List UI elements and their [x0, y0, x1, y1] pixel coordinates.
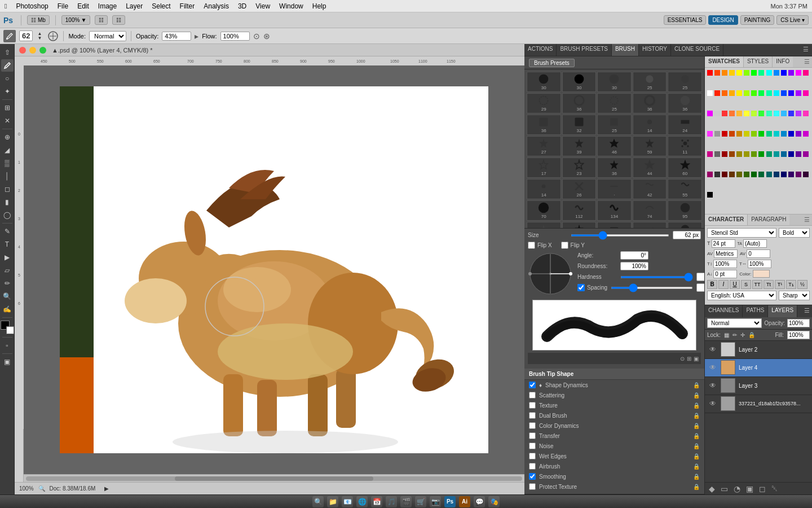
opacity-input[interactable]	[162, 32, 191, 41]
select-menu[interactable]: Select	[152, 2, 170, 10]
brush-cell-21[interactable]: 23	[562, 157, 597, 178]
swatch-#009999[interactable]	[774, 151, 779, 157]
analysis-menu[interactable]: Analysis	[204, 2, 229, 10]
brush-cell-22[interactable]: 36	[597, 157, 632, 178]
swatch-#33ff33[interactable]	[758, 111, 764, 116]
brush-cell-20[interactable]: 17	[527, 157, 561, 178]
swatch-#ff0000[interactable]	[707, 70, 713, 76]
kerning-input[interactable]	[714, 249, 738, 258]
window-close[interactable]	[19, 47, 26, 54]
swatch-#00cc88[interactable]	[766, 131, 772, 137]
brush-cell-38[interactable]: 33	[633, 222, 667, 228]
bold-btn[interactable]: B	[707, 280, 717, 289]
underline-btn[interactable]: U	[730, 280, 740, 289]
lock-pixels-icon[interactable]: ✏	[732, 332, 737, 338]
eraser-tool[interactable]: ◻	[1, 183, 14, 195]
edit-menu[interactable]: Edit	[77, 2, 89, 10]
clone-source-tab[interactable]: CLONE SOURCE	[671, 44, 723, 56]
swatch-#ff2200[interactable]	[714, 90, 720, 96]
swatch-#ff33ff[interactable]	[707, 131, 713, 137]
flip-x-checkbox[interactable]	[528, 242, 535, 249]
swatch-#ff7733[interactable]	[729, 111, 735, 116]
swatch-#330033[interactable]	[803, 172, 809, 177]
brush-cell-17[interactable]: 46	[597, 136, 632, 156]
spacing-label[interactable]: Spacing	[577, 284, 607, 291]
brush-cell-16[interactable]: 39	[562, 136, 597, 156]
swatch-#cccc00[interactable]	[744, 131, 749, 137]
notes-tool[interactable]: ✏	[1, 277, 14, 290]
layer-item-bg[interactable]: 👁 337221_d18ab1f2c93578...	[705, 395, 812, 413]
transfer-lock[interactable]: 🔒	[693, 433, 700, 439]
swatch-#994400[interactable]	[729, 151, 735, 157]
brush-cell-2[interactable]: 30	[597, 72, 632, 92]
layers-menu[interactable]: ☰	[802, 305, 812, 317]
swatch-#999900[interactable]	[744, 151, 749, 157]
window-menu[interactable]: Window	[279, 2, 303, 10]
panel-menu-btn[interactable]: ☰	[800, 44, 812, 56]
dock-finder2[interactable]: 📁	[327, 496, 338, 507]
brush-cell-3[interactable]: 25	[633, 72, 667, 92]
delete-layer-btn[interactable]: ␡	[770, 484, 779, 493]
brush-cell-23[interactable]: 44	[633, 157, 667, 178]
dock-ps[interactable]: Ps	[444, 496, 456, 507]
swatch-#000099[interactable]	[788, 151, 794, 157]
brush-cell-28[interactable]: 42	[633, 179, 667, 199]
layer-adj-btn[interactable]: ◔	[732, 484, 742, 493]
layer-item-2[interactable]: 👁 Layer 2	[705, 341, 812, 359]
dual-brush-lock[interactable]: 🔒	[693, 413, 700, 419]
brush-cell-36[interactable]: 192	[562, 222, 597, 228]
hardness-value[interactable]	[696, 273, 705, 281]
swatch-#33bbff[interactable]	[781, 111, 787, 116]
dock-finder[interactable]: 🔍	[312, 496, 324, 507]
brush-cell-4[interactable]: 25	[668, 72, 702, 92]
swatch-#8800cc[interactable]	[796, 131, 801, 137]
char-color-swatch[interactable]	[753, 270, 770, 278]
swatch-#0044ff[interactable]	[781, 90, 787, 96]
brush-cell-11[interactable]: 32	[562, 115, 597, 135]
airbrush-lock[interactable]: 🔒	[693, 463, 700, 470]
brush-cell-33[interactable]: 74	[633, 200, 667, 221]
history-tab[interactable]: HISTORY	[639, 44, 671, 56]
channels-tab[interactable]: CHANNELS	[705, 305, 743, 317]
dock-cal[interactable]: 📅	[371, 496, 382, 507]
layer-3-vis[interactable]: 👁	[708, 381, 717, 390]
swatch-#ffaa00[interactable]	[729, 90, 735, 96]
swatch-#44ff00[interactable]	[751, 90, 757, 96]
brush-cell-35[interactable]: 29	[527, 222, 561, 228]
flow-input[interactable]	[220, 32, 250, 41]
scattering-check[interactable]	[529, 392, 536, 398]
swatch-#666666[interactable]	[714, 151, 720, 157]
color-dynamics-label[interactable]: Color Dynamics	[539, 423, 579, 429]
brush-cell-13[interactable]: 14	[633, 115, 667, 135]
layer-mask-btn[interactable]: ▭	[719, 484, 730, 493]
color-dynamics-check[interactable]	[529, 422, 536, 429]
noise-check[interactable]	[529, 443, 536, 449]
swatch-#009900[interactable]	[758, 151, 764, 157]
swatch-#cc8800[interactable]	[736, 131, 742, 137]
lock-transparent-icon[interactable]: ▦	[724, 332, 729, 338]
smoothing-lock[interactable]: 🔒	[693, 474, 700, 480]
image-menu[interactable]: Image	[98, 2, 117, 10]
paragraph-tab[interactable]: PARAGRAPH	[748, 214, 789, 225]
wet-edges-check[interactable]	[529, 453, 536, 459]
swatch-#336600[interactable]	[744, 172, 749, 177]
layer-menu[interactable]: Layer	[126, 2, 143, 10]
airbrush-icon[interactable]: ▸	[195, 32, 198, 41]
dock-skype[interactable]: 💬	[474, 496, 485, 507]
protect-texture-check[interactable]	[529, 483, 536, 490]
wet-edges-lock[interactable]: 🔒	[693, 453, 700, 459]
hand-tool[interactable]: ✍	[1, 303, 14, 316]
texture-label[interactable]: Texture	[539, 402, 558, 409]
scattering-label[interactable]: Scattering	[539, 392, 564, 398]
brush-cell-9[interactable]: 36	[668, 93, 702, 113]
transfer-label[interactable]: Transfer	[539, 433, 560, 439]
window-minimize[interactable]	[29, 47, 36, 54]
dual-brush-label[interactable]: Dual Brush	[539, 413, 567, 419]
layer-group-btn[interactable]: ▣	[744, 484, 755, 493]
file-menu[interactable]: File	[58, 2, 68, 10]
brush-cell-7[interactable]: 25	[597, 93, 632, 113]
fill-input[interactable]	[787, 331, 810, 339]
tablet-pressure-icon[interactable]: ⊙	[253, 32, 260, 41]
swatch-#88cc00[interactable]	[751, 131, 757, 137]
canvas-wrapper[interactable]	[24, 65, 524, 474]
